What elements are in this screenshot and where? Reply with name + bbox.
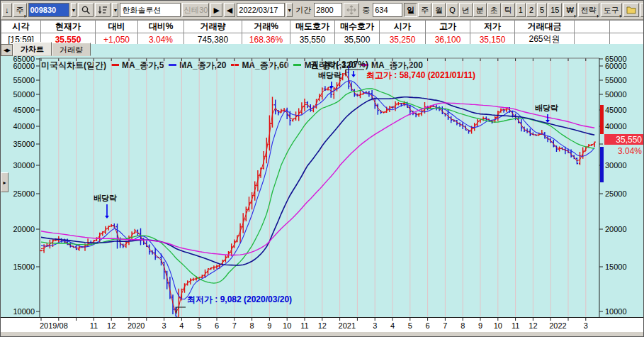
interval-button-Q[interactable]: Q	[446, 3, 458, 17]
chart-legend: 미국식차트(일간)MA_종가,5MA_종가,20MA_종가,60MA_종가,12…	[41, 60, 423, 72]
quote-col-header: 대비	[96, 21, 138, 33]
quote-col-header	[575, 21, 610, 33]
down-arrow-button[interactable]: ↓	[2, 3, 12, 17]
ma-line-60	[41, 103, 594, 255]
quote-col-header: 현재가	[41, 21, 96, 33]
interval-button-5[interactable]: 5	[537, 3, 547, 17]
dropdown-comma-icon: ,	[597, 11, 599, 18]
legend-dash-icon	[111, 64, 119, 66]
week-menu-button[interactable]: 주,	[13, 3, 27, 17]
move-button	[344, 3, 359, 17]
save-button[interactable]	[640, 3, 644, 17]
svg-text:2021: 2021	[339, 321, 356, 330]
ma-lines	[41, 73, 594, 313]
quote-col-header: 시가	[380, 21, 426, 33]
low-annotation: 최저가 : 9,082 (2020/03/20)	[187, 294, 292, 304]
tab-price-chart[interactable]: 가차트	[13, 42, 52, 56]
svg-text:50000: 50000	[13, 90, 35, 99]
svg-text:3: 3	[584, 321, 588, 330]
tools-menu-button[interactable]: 도구,	[601, 3, 622, 17]
quote-col-header: 매수호가	[335, 21, 380, 33]
interval-button-2[interactable]: 2	[526, 3, 536, 17]
interval-button-주[interactable]: 주	[418, 3, 431, 17]
count-input[interactable]	[373, 3, 402, 17]
svg-text:2020: 2020	[128, 321, 145, 330]
move-cross-icon	[346, 5, 356, 15]
svg-text:55000: 55000	[13, 76, 35, 84]
quote-col-header: 거래%	[242, 21, 290, 33]
won-menu-button[interactable]: ₩,	[563, 3, 576, 17]
svg-text:45000: 45000	[13, 106, 35, 114]
svg-text:7: 7	[232, 321, 237, 330]
ma-line-6	[41, 81, 594, 299]
price-chart-canvas[interactable]: 2019/08111220203456789101112202134567891…	[1, 44, 644, 337]
date-dropdown-button[interactable]: ▼	[286, 3, 293, 17]
svg-text:4: 4	[179, 321, 183, 330]
panel-splitter-handle[interactable]: ▸	[1, 172, 9, 192]
svg-text:35000: 35000	[13, 140, 35, 148]
svg-text:40000: 40000	[13, 122, 35, 131]
sort-list-button[interactable]	[95, 3, 111, 17]
legend-dash-icon	[361, 64, 368, 66]
svg-text:40000: 40000	[605, 122, 627, 131]
dropdown-comma-icon: ,	[574, 11, 576, 18]
svg-text:9: 9	[267, 321, 271, 330]
interval-button-분[interactable]: 분	[473, 3, 487, 17]
interval-button-틱[interactable]: 틱	[502, 3, 515, 17]
date-input[interactable]	[237, 3, 285, 17]
svg-text:2019/08: 2019/08	[40, 321, 68, 330]
stock-code-input[interactable]	[28, 3, 69, 17]
chart-tabs: ◀▶ 가차트 거래량	[1, 44, 91, 56]
svg-text:30000: 30000	[605, 161, 627, 170]
svg-text:50000: 50000	[605, 90, 627, 99]
ma-line-2	[41, 73, 594, 313]
svg-text:3: 3	[162, 321, 166, 330]
interval-button-1[interactable]: 1	[516, 3, 526, 17]
search-button[interactable]	[78, 3, 94, 17]
quote-table: 시각현재가대비대비%거래량거래%매도호가매수호가시가고가저가거래대금 [15:5…	[1, 20, 644, 46]
legend-item: MA_종가,20	[179, 60, 226, 70]
tab-scroll-arrows-icon[interactable]: ◀▶	[1, 44, 13, 56]
prev-button[interactable]: ◀	[224, 3, 235, 17]
legend-item: MA_종가,60	[242, 60, 288, 70]
svg-text:4: 4	[390, 321, 395, 330]
svg-text:12: 12	[107, 321, 115, 330]
svg-text:15000: 15000	[605, 263, 627, 271]
stock-name-field[interactable]	[120, 3, 181, 17]
tab-volume[interactable]: 거래량	[52, 43, 91, 56]
svg-text:8: 8	[250, 321, 254, 330]
ohlc-bars	[40, 66, 595, 316]
legend-dash-icon	[231, 64, 239, 66]
legend-item: MA_종가,120	[304, 60, 356, 70]
ma-line-36	[41, 97, 594, 265]
interval-button-일[interactable]: 일	[404, 3, 417, 17]
quote-col-header: 거래대금	[515, 21, 575, 33]
legend-item: MA_종가,200	[371, 60, 423, 70]
folder-icon	[626, 5, 636, 15]
open-button[interactable]	[623, 3, 639, 17]
svg-text:9: 9	[478, 321, 482, 330]
quote-col-header: 시각	[1, 21, 41, 33]
count-label: 중	[361, 5, 371, 16]
interval-button-초[interactable]: 초	[487, 3, 501, 17]
svg-text:10: 10	[494, 321, 502, 330]
svg-text:5: 5	[408, 321, 412, 330]
legend-dash-icon	[169, 64, 176, 66]
ex-dividend-annotation: 배당락	[94, 194, 117, 202]
interval-button-년[interactable]: 년	[459, 3, 473, 17]
svg-text:3: 3	[373, 321, 377, 330]
quote-col-header: 고가	[426, 21, 470, 33]
ex-dividend-annotation: 배당락	[535, 104, 558, 112]
svg-text:30000: 30000	[13, 161, 35, 170]
chart-annotations: 최고가 : 58,740 (2021/01/11)최저가 : 9,082 (20…	[94, 60, 558, 314]
sort-icon	[98, 5, 108, 15]
sort-dropdown-button[interactable]: ▼	[112, 3, 118, 17]
period-input[interactable]	[314, 3, 342, 17]
next-button[interactable]: ▶	[210, 3, 222, 17]
quote-col-header: 거래량	[184, 21, 242, 33]
interval-button-15[interactable]: 15	[548, 3, 562, 17]
interval-button-월[interactable]: 월	[432, 3, 446, 17]
svg-text:11: 11	[512, 321, 519, 330]
strategy-menu-button[interactable]: 전략,	[578, 3, 599, 17]
code-dropdown-button[interactable]: ▼	[71, 3, 77, 17]
